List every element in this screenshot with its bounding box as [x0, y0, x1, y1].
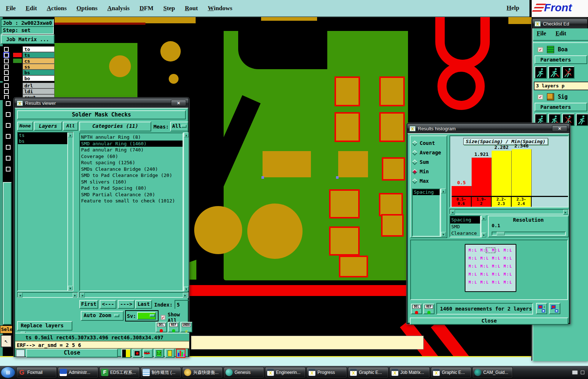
scroll-down-icon[interactable]: ▼ [441, 232, 446, 237]
record-icon[interactable] [132, 349, 142, 358]
layer-visibility-checkbox[interactable] [4, 70, 9, 75]
scroll-right-icon[interactable]: ▶ [73, 293, 77, 297]
histogram-bar[interactable]: 2.282 [492, 151, 512, 196]
taskbar-item-engineering[interactable]: Engineerin... [265, 367, 305, 378]
side-scroll-strip[interactable] [3, 182, 12, 325]
taskbar-item-xinsen[interactable]: 兴森快捷衡... [182, 367, 223, 378]
layer-row[interactable]: cs [0, 58, 55, 64]
layer-visibility-checkbox[interactable] [4, 83, 9, 88]
histogram-titlebar[interactable]: X Results histogram ✕ [407, 124, 569, 133]
histogram-bar[interactable]: 2.346 [512, 149, 532, 196]
result-layers-list[interactable]: ts bs ▲ ▼ [17, 132, 73, 291]
layer-row[interactable]: ss [0, 64, 55, 70]
layer-visibility-checkbox[interactable] [6, 101, 11, 106]
results-viewer-titlebar[interactable]: X Results viewer ✕ [15, 98, 188, 108]
checklist-item-board[interactable]: ✔ Boa [533, 44, 588, 55]
taskbar-item-genesis[interactable]: Genesis [224, 367, 264, 378]
taskbar-item-graphic-editor2[interactable]: Graphic E... [431, 367, 471, 378]
scroll-left-icon[interactable]: ◀ [80, 293, 85, 297]
type-list[interactable]: Spacing SMD Clearance [449, 216, 481, 237]
vertical-scrollbar[interactable]: ▲ ▼ [440, 189, 446, 237]
menu-options[interactable]: Options [76, 5, 97, 12]
close-icon[interactable]: ✕ [171, 100, 186, 106]
layer-row[interactable]: bs [0, 70, 55, 75]
category-item[interactable]: NPTH annular Ring (8) [80, 134, 183, 141]
checklist-item-signal[interactable]: ✔ Sig [533, 91, 588, 102]
horizontal-scrollbar[interactable]: ◀ ▶ [79, 292, 188, 298]
parameters-button[interactable]: Parameters [535, 103, 587, 111]
stat-count-radio[interactable]: Count [413, 138, 447, 148]
category-item[interactable]: Rout spacing (1256) [80, 159, 183, 166]
resolution-slider[interactable] [492, 232, 566, 236]
menu-step[interactable]: Step [163, 5, 175, 12]
list-item-selected[interactable]: Spacing [413, 189, 440, 195]
layer-visibility-checkbox[interactable] [6, 123, 11, 128]
layer-row[interactable]: bo [0, 75, 55, 81]
ref-button[interactable]: REF [423, 304, 435, 314]
vertical-scrollbar[interactable]: ▲ ▼ [481, 216, 486, 237]
layer-color-swatch[interactable] [12, 46, 23, 52]
slider-thumb[interactable] [497, 232, 505, 235]
horizontal-scrollbar[interactable]: ◀ ▶ [17, 292, 78, 298]
scroll-right-icon[interactable]: ▶ [563, 210, 568, 214]
menu-edit[interactable]: Edit [556, 30, 566, 39]
menu-rout[interactable]: Rout [185, 5, 198, 12]
replace-layers-dropdown[interactable]: Replace layers [17, 321, 72, 331]
histogram-bar[interactable]: 0.5 [452, 186, 472, 196]
window-tray-icon[interactable] [581, 371, 584, 374]
taskbar-item-spec-doc[interactable]: 制作规范 (... [141, 367, 181, 378]
select-arrow-icon[interactable]: ↖ [1, 335, 12, 347]
parameters-button[interactable]: Parameters [535, 55, 587, 64]
menu-windows[interactable]: Windows [208, 5, 232, 12]
meas-dropdown[interactable]: All [170, 122, 188, 131]
undo-button[interactable]: UNDO↺ [180, 322, 192, 332]
scroll-down-icon[interactable]: ▼ [184, 287, 189, 291]
layer-color-swatch[interactable] [12, 58, 23, 64]
category-item[interactable]: SMDs Clearance Bridge (240) [80, 166, 183, 173]
stat-min-radio[interactable]: Min [413, 167, 447, 176]
histogram-icon[interactable] [176, 349, 185, 358]
next-button[interactable]: ---> [118, 300, 135, 309]
layer-visibility-checkbox[interactable] [6, 134, 11, 139]
auto-zoom-dropdown[interactable]: Auto Zoom [81, 311, 124, 321]
item-enabled-checkbox[interactable]: ✔ [537, 47, 543, 52]
list-item[interactable]: bs [18, 138, 73, 144]
first-button[interactable]: First [79, 300, 98, 309]
item-enabled-checkbox[interactable]: ✔ [537, 94, 543, 100]
run-action-icon[interactable] [562, 66, 575, 79]
scroll-up-icon[interactable]: ▲ [184, 133, 189, 137]
del-button[interactable]: DEL [411, 304, 422, 314]
taskbar-item-administrator[interactable]: Administr... [58, 367, 98, 378]
layer-toggle-icon[interactable] [121, 349, 131, 358]
layer-visibility-checkbox[interactable] [6, 167, 11, 171]
list-item[interactable]: Clearance [450, 230, 480, 237]
layer-row[interactable]: to [0, 46, 55, 52]
category-item-selected[interactable]: SMD annular Ring (1460) [80, 141, 183, 147]
list-item-selected[interactable]: Spacing [450, 216, 480, 224]
taskbar-item-cam-guide[interactable]: CAM_Guid... [472, 367, 513, 378]
layer-visibility-checkbox[interactable] [4, 89, 9, 94]
run-action-icon[interactable] [535, 66, 547, 79]
scroll-down-icon[interactable]: ▼ [481, 233, 486, 237]
scroll-right-icon[interactable]: ▶ [183, 293, 188, 297]
layer-color-swatch[interactable] [12, 70, 23, 75]
close-button[interactable]: Close [26, 349, 118, 358]
layer-color-swatch[interactable] [12, 75, 23, 81]
category-item[interactable]: Pad to Pad Spacing (80) [80, 185, 183, 192]
scroll-left-icon[interactable]: ◀ [450, 210, 455, 214]
run-action-icon[interactable] [576, 114, 588, 126]
category-item[interactable]: SMD to Pad Clearance Bridge (20) [80, 172, 183, 179]
all-button[interactable]: All [63, 122, 78, 131]
list-item[interactable]: ts [18, 133, 73, 138]
return-layers-icon[interactable]: ← [549, 303, 560, 314]
menu-edit[interactable]: Edit [25, 5, 37, 12]
checklist-titlebar[interactable]: X Checklist Ed [532, 19, 587, 28]
stat-max-radio[interactable]: Max [413, 176, 447, 186]
none-button[interactable]: None [17, 122, 33, 131]
layer-color-swatch[interactable] [12, 83, 23, 88]
menu-actions[interactable]: Actions [47, 5, 67, 12]
layer-visibility-checkbox[interactable] [6, 145, 11, 150]
show-all-checkbox[interactable]: ✔ [161, 315, 165, 320]
export-layers-icon[interactable]: ↓ [536, 303, 547, 314]
report-icon[interactable] [165, 349, 175, 358]
